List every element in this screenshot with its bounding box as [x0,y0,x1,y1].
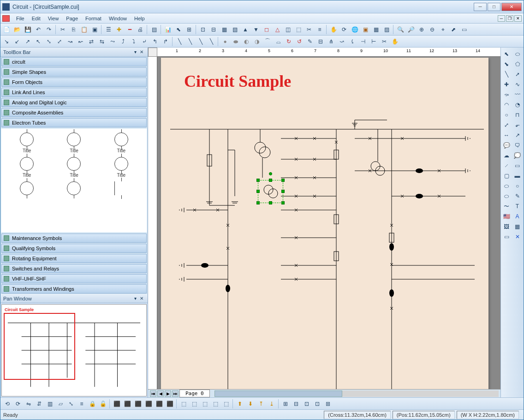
circle3-button[interactable]: ◐ [241,36,251,47]
category-transformers[interactable]: Transformers and Windings [1,284,147,294]
palette-item[interactable]: Title [5,132,48,153]
bracket-tool[interactable]: ⊓ [513,110,522,120]
space-v-button[interactable]: ⊟ [291,399,301,409]
palette-item[interactable] [5,181,48,195]
conn7-button[interactable]: ↝ [65,36,75,47]
same-height-button[interactable]: ⬚ [210,399,220,409]
order-button[interactable]: ≡ [77,399,87,409]
flag-tool[interactable]: 🇺🇸 [502,212,511,221]
group-button[interactable]: ▦ [219,24,229,35]
zoom-sel-button[interactable]: ⌖ [438,24,448,35]
palette-item[interactable] [100,181,143,195]
category-rotating[interactable]: Rotating Equipment [1,254,147,263]
copy-button[interactable]: ⎘ [68,24,78,35]
oval-tool[interactable]: ⬭ [502,181,511,191]
selection-box[interactable] [258,180,283,203]
send-backward-button[interactable]: ⬇ [245,399,256,409]
zoom-fit-button[interactable]: ⊕ [417,24,427,35]
category-electron-tubes[interactable]: Electron Tubes [1,118,147,127]
3pt-tool[interactable]: ⬭ [502,192,511,201]
fill-button[interactable]: ▦ [371,24,381,35]
edit1-button[interactable]: ✎ [305,36,315,47]
conn11-button[interactable]: ⤳ [107,36,118,47]
conn10-button[interactable]: ⇆ [97,36,107,47]
arc2-button[interactable]: ⌓ [273,36,283,47]
elbow-tool[interactable]: ⬐ [513,120,522,130]
conn12-button[interactable]: ⤴ [118,36,128,47]
ungroup-button[interactable]: ▧ [230,24,240,35]
flip-h-button[interactable]: ⇋ [24,399,34,409]
new-button[interactable]: 📄 [1,24,12,35]
delete-tool[interactable]: ✕ [513,232,522,241]
align-middle-button[interactable]: ⬛ [154,399,164,409]
edit6-button[interactable]: ⊣ [358,36,368,47]
dist-h-button[interactable]: ⬚ [179,399,189,409]
conn9-button[interactable]: ⇄ [86,36,96,47]
category-analog-digital[interactable]: Analog and Digital Logic [1,98,147,107]
rect-tool[interactable]: ▭ [513,161,522,170]
align-right-button[interactable]: ⬛ [133,399,143,409]
back-button[interactable]: ⤓ [267,399,277,409]
spline-tool[interactable]: 〰 [513,90,522,99]
dimension-tool[interactable]: ↔ [502,131,511,140]
polyline-tool[interactable]: ⟋ [502,161,511,170]
undo-button[interactable]: ↶ [33,24,43,35]
menu-help[interactable]: Help [131,15,149,22]
open-button[interactable]: 📂 [12,24,22,35]
conn6-button[interactable]: ⤢ [54,36,65,47]
pointer-button[interactable]: ⬉ [173,24,184,35]
snap-button[interactable]: ⊡ [198,24,208,35]
edit5-button[interactable]: ⤹ [347,36,357,47]
paste-button[interactable]: 📋 [79,24,89,35]
pan-button[interactable]: ✋ [328,24,339,35]
conn4-button[interactable]: ↖ [33,36,43,47]
rotate-ccw-button[interactable]: ⟲ [2,399,12,409]
align-bottom-button[interactable]: ⬛ [165,399,175,409]
mdi-restore-button[interactable]: ❐ [506,15,513,22]
align-left-button[interactable]: ⬛ [112,399,122,409]
category-switches[interactable]: Switches and Relays [1,264,147,273]
arc3-button[interactable]: ↻ [284,36,294,47]
menu-window[interactable]: Window [105,15,131,22]
layers-button[interactable]: ≡ [315,24,325,35]
mirror-button[interactable]: ▥ [45,399,55,409]
mdi-minimize-button[interactable]: ─ [498,15,505,22]
tab-prev-button[interactable]: ◀ [157,390,164,397]
edit2-button[interactable]: ⊟ [316,36,326,47]
cloud-tool[interactable]: ☁ [502,151,511,160]
ellipse-tool[interactable]: ○ [502,110,511,120]
circle1-button[interactable]: ● [220,36,230,47]
line1-button[interactable]: ╲ [174,36,185,47]
preview-button[interactable]: ▭ [459,24,469,35]
callout-tool[interactable]: 💬 [502,141,511,150]
cut-button[interactable]: ✂ [58,24,68,35]
same-width-button[interactable]: ⬚ [200,399,210,409]
palette-item[interactable]: Title [52,132,95,153]
category-qualifying[interactable]: Qualifying Symbols [1,244,147,253]
page-tab[interactable]: Page 0 [179,390,210,397]
frame-tool[interactable]: ▭ [502,232,511,241]
leader-tool[interactable]: ↗ [513,131,522,140]
conn1-button[interactable]: ↘ [1,36,12,47]
conn15-button[interactable]: ↰ [150,36,160,47]
grid-snap-button[interactable]: ⊞ [323,399,333,409]
conn3-button[interactable]: ↗ [23,36,33,47]
category-form-objects[interactable]: Form Objects [1,78,147,87]
circle4-button[interactable]: ◑ [252,36,262,47]
lasso-tool[interactable]: ⬭ [513,49,522,59]
category-circult[interactable]: circult [1,57,147,66]
mdi-close-button[interactable]: ✕ [514,15,522,22]
minimize-button[interactable]: ─ [474,3,487,11]
bring-front-button[interactable]: ▲ [240,24,250,35]
region-button[interactable]: ▣ [360,24,370,35]
print-button[interactable]: 🖨 [135,24,145,35]
hand-button[interactable]: ✋ [390,36,400,47]
chart-button[interactable]: 📊 [163,24,173,35]
rect2-tool[interactable]: ▬ [513,171,522,180]
node-tool[interactable]: ⬊ [502,60,511,69]
palette-item[interactable]: Title [100,132,143,153]
world-button[interactable]: 🌐 [350,24,360,35]
category-link-and-lines[interactable]: Link And Lines [1,88,147,97]
line2-button[interactable]: ╲ [185,36,195,47]
menu-file[interactable]: File [12,15,28,22]
